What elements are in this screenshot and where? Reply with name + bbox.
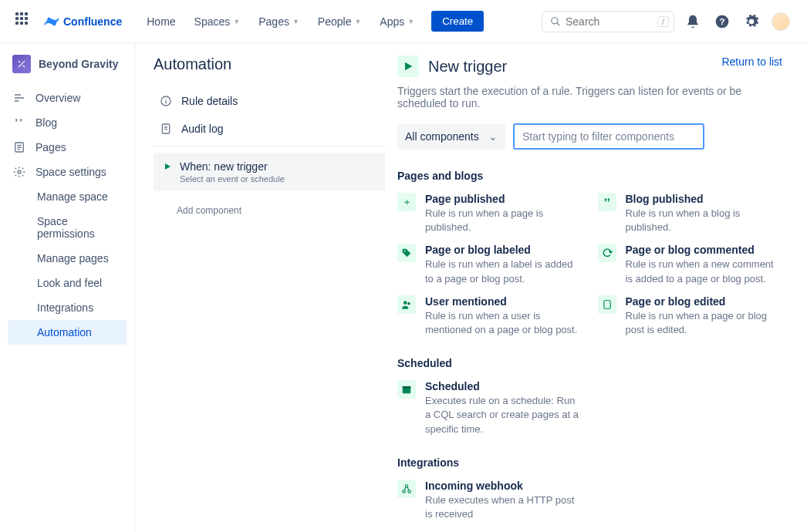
svg-point-0	[552, 17, 558, 23]
svg-text:?: ?	[719, 16, 724, 26]
blog-icon	[12, 116, 26, 129]
page-title: Automation	[154, 56, 385, 73]
return-to-list[interactable]: Return to list	[721, 56, 782, 68]
trigger-page-published[interactable]: ＋ Page publishedRule is run when a page …	[397, 193, 582, 234]
svg-rect-8	[165, 100, 166, 103]
trigger-scheduled[interactable]: ScheduledExecutes rule on a schedule: Ru…	[397, 380, 582, 436]
chevron-down-icon: ⌄	[488, 130, 498, 143]
trigger-incoming-webhook[interactable]: Incoming webhookRule executes when a HTT…	[397, 480, 582, 521]
svg-point-7	[165, 99, 166, 99]
section-scheduled: Scheduled	[397, 357, 782, 369]
trigger-page-labeled[interactable]: Page or blog labeledRule is run when a l…	[397, 244, 582, 285]
sidebar-blog[interactable]: Blog	[0, 110, 134, 135]
space-header[interactable]: Beyond Gravity	[0, 51, 134, 86]
section-pages: Pages and blogs	[397, 170, 782, 182]
nav-people[interactable]: People▼	[310, 11, 370, 32]
audit-log[interactable]: Audit log	[154, 115, 385, 143]
svg-point-5	[18, 170, 21, 173]
chevron-down-icon: ▼	[292, 18, 299, 25]
svg-rect-13	[603, 301, 609, 309]
trigger-page-edited[interactable]: Page or blog editedRule is run when a pa…	[598, 295, 783, 337]
gear-icon	[12, 166, 26, 178]
search-box[interactable]: /	[542, 11, 674, 32]
trigger-step[interactable]: When: new trigger Select an event or sch…	[154, 153, 385, 191]
create-button[interactable]: Create	[431, 11, 484, 32]
svg-point-10	[404, 251, 406, 252]
section-integrations: Integrations	[397, 456, 782, 469]
trigger-title: New trigger	[428, 58, 507, 76]
sidebar: Beyond Gravity Overview Blog Pages Space…	[0, 43, 135, 532]
chevron-down-icon: ▼	[407, 18, 414, 25]
sidebar-overview[interactable]: Overview	[0, 86, 134, 110]
sidebar-integrations[interactable]: Integrations	[0, 295, 134, 320]
play-icon	[163, 162, 172, 171]
content: Automation Rule details Audit log When: …	[135, 43, 807, 532]
calendar-icon	[397, 380, 416, 399]
pages-icon	[12, 141, 26, 153]
trigger-description: Triggers start the execution of a rule. …	[397, 85, 782, 109]
sidebar-manage-space[interactable]: Manage space	[0, 184, 134, 209]
nav-home[interactable]: Home	[139, 11, 183, 32]
svg-rect-15	[403, 386, 411, 389]
nav-pages[interactable]: Pages▼	[251, 11, 307, 32]
sidebar-manage-pages[interactable]: Manage pages	[0, 246, 134, 271]
plus-icon: ＋	[397, 193, 416, 211]
chevron-down-icon: ▼	[354, 18, 361, 25]
sidebar-automation[interactable]: Automation	[8, 320, 127, 345]
settings-icon[interactable]	[741, 11, 762, 32]
trigger-blog-published[interactable]: ❜❜ Blog publishedRule is run when a blog…	[598, 193, 783, 234]
app-switcher-icon[interactable]	[15, 12, 34, 31]
profile-button[interactable]	[770, 11, 792, 32]
sidebar-space-settings[interactable]: Space settings	[0, 160, 134, 184]
top-nav: Confluence Home Spaces▼ Pages▼ People▼ A…	[0, 0, 807, 43]
avatar	[772, 12, 790, 31]
rule-builder-column: Automation Rule details Audit log When: …	[154, 56, 385, 532]
trigger-page-commented[interactable]: Page or blog commentedRule is run when a…	[598, 244, 783, 285]
log-icon	[160, 123, 172, 135]
component-filter-dropdown[interactable]: All components ⌄	[397, 123, 505, 150]
webhook-icon	[397, 480, 416, 498]
filter-input[interactable]	[513, 123, 704, 150]
step-title: When: new trigger	[180, 160, 285, 173]
nav-spaces[interactable]: Spaces▼	[187, 11, 248, 32]
nav-apps[interactable]: Apps▼	[372, 11, 422, 32]
space-logo-icon	[12, 55, 31, 73]
user-icon	[397, 295, 416, 314]
product-name: Confluence	[63, 15, 122, 28]
chevron-down-icon: ▼	[233, 18, 240, 25]
help-icon[interactable]: ?	[711, 11, 733, 32]
document-icon	[598, 295, 616, 314]
refresh-icon	[598, 244, 616, 262]
step-subtitle: Select an event or schedule	[180, 174, 285, 184]
quote-icon: ❜❜	[598, 193, 616, 211]
rule-details[interactable]: Rule details	[154, 87, 385, 115]
svg-point-12	[407, 302, 410, 305]
divider	[154, 146, 385, 146]
search-input[interactable]	[566, 15, 650, 28]
product-logo[interactable]: Confluence	[43, 13, 122, 30]
play-icon	[397, 56, 419, 77]
notifications-icon[interactable]	[682, 11, 704, 32]
space-name: Beyond Gravity	[39, 58, 118, 70]
sidebar-pages[interactable]: Pages	[0, 135, 134, 160]
search-shortcut: /	[657, 16, 669, 27]
trigger-panel: New trigger Return to list Triggers star…	[385, 56, 782, 532]
sidebar-look-and-feel[interactable]: Look and feel	[0, 271, 134, 295]
overview-icon	[12, 92, 26, 104]
sidebar-space-permissions[interactable]: Space permissions	[0, 209, 134, 246]
tag-icon	[397, 244, 416, 262]
add-component[interactable]: Add component	[154, 191, 385, 216]
search-icon	[550, 16, 561, 27]
info-icon	[160, 95, 172, 107]
svg-point-11	[404, 301, 407, 305]
svg-line-1	[557, 22, 560, 25]
confluence-icon	[43, 13, 60, 30]
trigger-user-mentioned[interactable]: User mentionedRule is run when a user is…	[397, 295, 582, 337]
